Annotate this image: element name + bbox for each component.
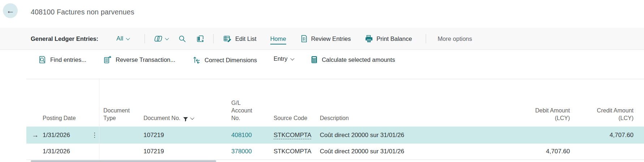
correct-dimensions-button[interactable]: Correct Dimensions: [192, 55, 257, 65]
cell-credit-amount[interactable]: 4,707.60: [578, 127, 634, 144]
chevron-down-icon: [190, 116, 194, 120]
review-entries-label: Review Entries: [311, 35, 351, 42]
horizontal-scrollbar: [26, 160, 644, 162]
search-icon: [178, 34, 186, 43]
cell-document-no[interactable]: 107219: [143, 127, 208, 144]
cell-description[interactable]: Coût direct 20000 sur 31/01/26: [320, 127, 499, 144]
analyze-icon: [154, 34, 163, 43]
tab-home[interactable]: Home: [270, 35, 286, 44]
column-header-document-no[interactable]: Document No.: [143, 79, 208, 127]
cell-gl-account-no[interactable]: 378000: [208, 144, 273, 159]
table-header-row: Posting Date Document Type Document No. …: [26, 79, 644, 127]
edit-list-button[interactable]: Edit List: [223, 34, 257, 43]
column-header-document-type[interactable]: Document Type: [99, 79, 143, 127]
review-entries-button[interactable]: Review Entries: [300, 34, 351, 43]
column-header-credit-amount[interactable]: Credit Amount (LCY): [578, 79, 634, 127]
column-header-description[interactable]: Description: [320, 79, 499, 127]
calculate-selected-label: Calculate selected amounts: [322, 56, 395, 63]
column-header-gl-account-no[interactable]: G/L Account No.: [208, 79, 273, 127]
general-ledger-entries-table: Posting Date Document Type Document No. …: [26, 79, 644, 160]
cell-document-no[interactable]: 107219: [143, 144, 208, 159]
toolbar-divider: [145, 34, 145, 43]
list-caption: General Ledger Entries:: [31, 35, 98, 42]
column-header-debit-amount[interactable]: Debit Amount (LCY): [499, 79, 570, 127]
cell-description[interactable]: Coût direct 20000 sur 31/01/26: [320, 144, 499, 159]
chevron-down-icon: [291, 56, 295, 60]
cell-gl-account-no[interactable]: 408100: [208, 127, 273, 144]
chevron-down-icon: [126, 36, 130, 40]
home-label: Home: [270, 35, 286, 42]
filter-funnel-icon: [183, 117, 188, 122]
view-filter-dropdown[interactable]: All: [116, 35, 129, 42]
page-title: 408100 Factures non parvenues: [31, 8, 134, 16]
cell-credit-amount[interactable]: [578, 144, 634, 159]
find-entries-label: Find entries...: [50, 56, 86, 63]
correct-dimensions-icon: [192, 55, 201, 65]
find-entries-icon: [38, 55, 47, 64]
list-toolbar: General Ledger Entries: All: [0, 28, 644, 50]
selection-column-header: [26, 79, 42, 127]
search-button[interactable]: [178, 34, 186, 43]
active-row-indicator: →: [26, 127, 42, 144]
toolbar-divider: [213, 34, 214, 43]
column-header-source-code[interactable]: Source Code: [273, 79, 320, 127]
scrollbar-thumb[interactable]: [31, 160, 216, 162]
entry-dropdown[interactable]: Entry: [274, 55, 294, 62]
cell-document-type[interactable]: [99, 127, 143, 144]
more-options-button[interactable]: More options: [438, 35, 472, 42]
focus-mode-icon: [196, 34, 205, 43]
print-balance-icon: [365, 34, 373, 43]
calculator-icon: [310, 55, 318, 64]
find-entries-button[interactable]: Find entries...: [38, 55, 86, 64]
edit-list-icon: [223, 34, 232, 43]
view-filter-label: All: [116, 35, 123, 42]
reverse-transaction-button[interactable]: Reverse Transaction...: [103, 55, 175, 64]
print-balance-label: Print Balance: [377, 35, 412, 42]
analyze-button[interactable]: [154, 34, 168, 43]
print-balance-button[interactable]: Print Balance: [365, 34, 412, 43]
cell-document-type[interactable]: [99, 144, 143, 159]
correct-dimensions-label: Correct Dimensions: [205, 57, 257, 64]
column-header-posting-date[interactable]: Posting Date: [42, 79, 90, 127]
ellipsis-icon: ⋮: [91, 131, 98, 139]
table-row[interactable]: → 1/31/2026 ⋮ 107219 408100 STKCOMPTA Co…: [26, 127, 644, 144]
chevron-down-icon: [165, 36, 169, 40]
action-bar: Find entries... Reverse Transaction... C…: [0, 50, 644, 79]
cell-source-code[interactable]: STKCOMPTA: [273, 127, 320, 144]
back-button[interactable]: ←: [3, 3, 18, 18]
row-arrow-icon: →: [32, 131, 39, 139]
table-row[interactable]: 1/31/2026 107219 378000 STKCOMPTA Coût d…: [26, 144, 644, 160]
review-entries-icon: [300, 34, 308, 43]
reverse-transaction-icon: [103, 55, 112, 64]
focus-mode-button[interactable]: [196, 34, 205, 43]
cell-debit-amount[interactable]: 4,707.60: [499, 144, 570, 159]
cell-posting-date[interactable]: 1/31/2026: [42, 127, 90, 144]
entry-label: Entry: [274, 55, 288, 62]
cell-source-code[interactable]: STKCOMPTA: [273, 144, 320, 159]
page-header: ← 408100 Factures non parvenues: [0, 0, 644, 28]
edit-list-label: Edit List: [235, 35, 257, 42]
back-arrow-icon: ←: [6, 6, 14, 16]
row-options-button[interactable]: ⋮: [90, 127, 99, 144]
toolbar-divider: [426, 34, 426, 43]
reverse-transaction-label: Reverse Transaction...: [116, 56, 175, 63]
cell-debit-amount[interactable]: [499, 127, 570, 144]
cell-posting-date[interactable]: 1/31/2026: [42, 144, 90, 159]
calculate-selected-amounts-button[interactable]: Calculate selected amounts: [310, 55, 395, 64]
